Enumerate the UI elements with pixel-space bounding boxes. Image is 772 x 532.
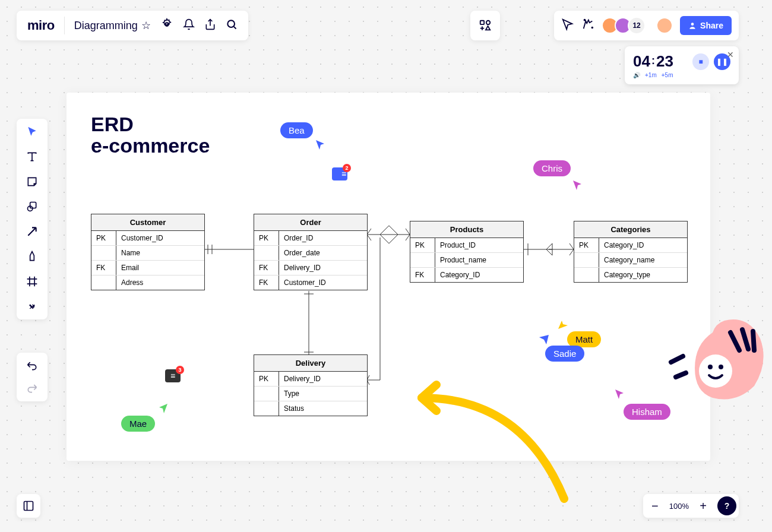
- timer-stop-button[interactable]: ■: [692, 53, 709, 70]
- settings-icon[interactable]: [160, 18, 173, 34]
- sticky-tool[interactable]: [26, 176, 38, 188]
- cursor-chris: Chris: [533, 160, 571, 176]
- frames-panel-button[interactable]: [17, 494, 40, 518]
- share-button[interactable]: Share: [680, 16, 732, 35]
- topbar-right: 12 Share: [554, 11, 739, 40]
- cursor-sadie: Sadie: [545, 346, 584, 362]
- comment-icon[interactable]: ≡ 2: [332, 167, 347, 180]
- collaborator-avatars[interactable]: 12: [602, 17, 646, 34]
- svg-point-11: [719, 365, 723, 369]
- select-tool[interactable]: [26, 126, 38, 138]
- entity-row: PKCategory_ID: [574, 238, 687, 252]
- entity-row: FKEmail: [91, 260, 204, 275]
- key-cell: PK: [254, 372, 279, 386]
- timer-display: 04 : 23: [633, 52, 673, 71]
- apps-button[interactable]: [470, 11, 500, 40]
- field-cell: Delivery_ID: [279, 372, 367, 386]
- search-icon[interactable]: [226, 18, 238, 33]
- svg-rect-7: [30, 202, 36, 208]
- arrow-tool[interactable]: [26, 226, 38, 238]
- entity-body: PKCategory_IDCategory_nameCategory_type: [574, 238, 687, 282]
- entity-header: Categories: [574, 221, 687, 238]
- star-icon[interactable]: ☆: [141, 19, 151, 32]
- zoom-out-button[interactable]: −: [646, 496, 665, 515]
- sticker-ok-hand[interactable]: [665, 309, 772, 418]
- key-cell: FK: [91, 261, 116, 275]
- key-cell: FK: [254, 276, 279, 290]
- board-name[interactable]: Diagramming ☆: [74, 19, 151, 32]
- title-line1: ERD: [91, 114, 210, 135]
- shape-tool[interactable]: [26, 201, 38, 213]
- comment-count: 2: [343, 164, 351, 172]
- entity-row: PKDelivery_ID: [254, 372, 367, 386]
- cursor-hisham: Hisham: [624, 404, 670, 420]
- zoom-in-button[interactable]: +: [694, 496, 713, 515]
- entity-row: FKCategory_ID: [410, 267, 523, 282]
- text-tool[interactable]: [26, 151, 38, 163]
- add-1m-button[interactable]: +1m: [645, 72, 657, 78]
- field-cell: Order_ID: [279, 231, 367, 245]
- key-cell: [574, 253, 599, 267]
- divider: [64, 17, 65, 34]
- field-cell: Order_date: [279, 246, 367, 260]
- svg-point-1: [227, 20, 235, 27]
- diagram-title[interactable]: ERD e-commerce: [91, 114, 210, 156]
- cursor-tracking-icon[interactable]: [561, 18, 574, 34]
- zoom-level[interactable]: 100%: [667, 502, 691, 511]
- frame-tool[interactable]: [26, 276, 38, 287]
- notifications-icon[interactable]: [183, 18, 195, 33]
- timer-seconds: 23: [656, 52, 673, 71]
- reactions-icon[interactable]: [581, 18, 594, 34]
- undo-button[interactable]: [26, 360, 38, 372]
- key-cell: PK: [574, 238, 599, 252]
- key-cell: [254, 246, 279, 260]
- entity-row: Type: [254, 386, 367, 401]
- topbar-left: miro Diagramming ☆: [17, 11, 248, 40]
- entity-delivery[interactable]: Delivery PKDelivery_IDTypeStatus: [254, 354, 368, 416]
- entity-products[interactable]: Products PKProduct_IDProduct_nameFKCateg…: [410, 221, 524, 283]
- drawn-arrow[interactable]: [404, 374, 570, 505]
- app-logo[interactable]: miro: [27, 18, 55, 33]
- key-cell: [410, 253, 435, 267]
- redo-button[interactable]: [26, 382, 38, 394]
- field-cell: Delivery_ID: [279, 261, 367, 275]
- entity-categories[interactable]: Categories PKCategory_IDCategory_nameCat…: [574, 221, 688, 283]
- comment-count: 3: [176, 366, 184, 374]
- entity-row: Adress: [91, 275, 204, 290]
- entity-order[interactable]: Order PKOrder_IDOrder_dateFKDelivery_IDF…: [254, 214, 368, 290]
- svg-point-5: [591, 27, 593, 28]
- sound-icon[interactable]: 🔊: [633, 72, 640, 78]
- pen-tool[interactable]: [26, 251, 38, 262]
- field-cell: Category_type: [599, 268, 687, 282]
- close-icon[interactable]: ✕: [727, 50, 734, 59]
- help-button[interactable]: ?: [717, 496, 736, 515]
- field-cell: Customer_ID: [116, 231, 204, 245]
- field-cell: Email: [116, 261, 204, 275]
- more-tools[interactable]: »: [26, 300, 38, 312]
- facilitator-avatar[interactable]: [656, 17, 673, 34]
- avatar-overflow[interactable]: 12: [628, 17, 646, 34]
- entity-customer[interactable]: Customer PKCustomer_IDNameFKEmailAdress: [91, 214, 205, 290]
- export-icon[interactable]: [204, 18, 216, 33]
- field-cell: Product_ID: [435, 238, 523, 252]
- entity-header: Delivery: [254, 355, 367, 372]
- key-cell: [91, 276, 116, 290]
- key-cell: [254, 387, 279, 401]
- title-line2: e-commerce: [91, 135, 210, 157]
- key-cell: [254, 401, 279, 416]
- entity-row: Status: [254, 401, 367, 416]
- entity-body: PKOrder_IDOrder_dateFKDelivery_IDFKCusto…: [254, 231, 367, 290]
- entity-body: PKProduct_IDProduct_nameFKCategory_ID: [410, 238, 523, 282]
- add-5m-button[interactable]: +5m: [662, 72, 673, 78]
- svg-rect-2: [480, 21, 484, 24]
- entity-row: Name: [91, 245, 204, 260]
- svg-rect-12: [24, 502, 33, 511]
- field-cell: Name: [116, 246, 204, 260]
- comment-icon[interactable]: ≡ 3: [165, 369, 181, 382]
- board-name-text: Diagramming: [74, 20, 138, 32]
- field-cell: Adress: [116, 276, 204, 290]
- entity-row: FKDelivery_ID: [254, 260, 367, 275]
- entity-body: PKDelivery_IDTypeStatus: [254, 372, 367, 416]
- entity-row: PKOrder_ID: [254, 231, 367, 245]
- key-cell: [574, 268, 599, 282]
